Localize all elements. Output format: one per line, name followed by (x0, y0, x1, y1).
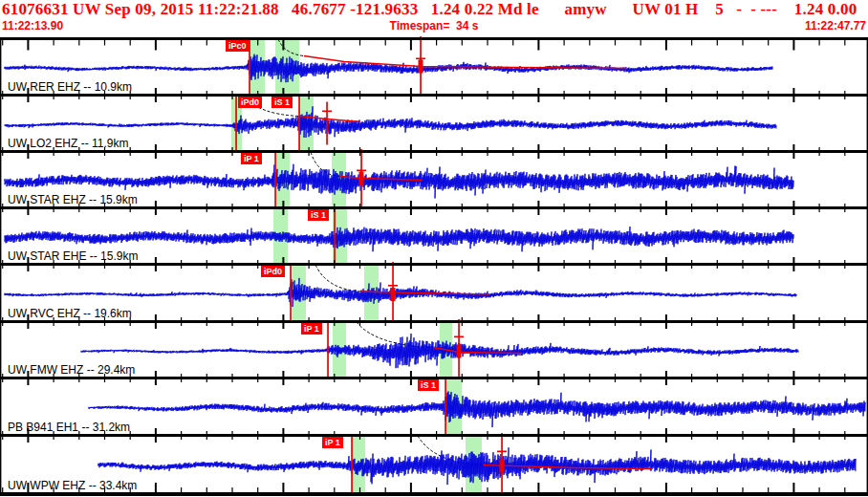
time-tick (462, 431, 463, 440)
time-tick (589, 91, 590, 99)
time-tick (385, 204, 386, 212)
time-tick (27, 40, 29, 51)
time-tick (410, 201, 412, 215)
time-tick (436, 40, 437, 46)
trace-label: PB B941 EH1 -- 31.2km (8, 421, 130, 434)
pick-flag-label[interactable]: iP 1 (322, 437, 343, 448)
time-tick (462, 204, 463, 212)
time-tick (359, 487, 360, 494)
time-tick (512, 147, 513, 156)
time-tick (2, 260, 3, 269)
time-tick (334, 487, 335, 494)
time-tick (717, 374, 718, 382)
time-tick (487, 91, 488, 99)
time-tick (691, 147, 692, 156)
time-tick (257, 374, 258, 382)
time-tick (717, 40, 718, 46)
time-tick (615, 91, 616, 99)
coda-decay-curve (315, 265, 361, 292)
time-tick (410, 483, 412, 494)
pick-line[interactable] (235, 96, 237, 151)
time-tick (2, 374, 3, 382)
time-tick (742, 40, 743, 46)
time-tick (257, 487, 258, 494)
time-tick (436, 487, 437, 494)
time-tick (615, 317, 616, 326)
time-tick (181, 260, 182, 269)
time-tick (844, 487, 845, 494)
pick-line[interactable] (290, 265, 292, 321)
time-tick (231, 374, 232, 382)
pick-line[interactable] (334, 208, 336, 264)
time-tick (665, 483, 667, 494)
time-tick (640, 487, 641, 494)
time-tick (206, 91, 207, 99)
pick-flag-label[interactable]: iPd0 (238, 97, 262, 108)
time-tick (665, 88, 667, 102)
time-tick (742, 204, 743, 212)
waveform-plot-canvas[interactable] (0, 0, 868, 497)
pick-flag-label[interactable]: iS 1 (308, 209, 329, 221)
time-tick (231, 431, 232, 440)
time-tick (181, 147, 182, 156)
time-tick (282, 371, 284, 385)
pick-flag-label[interactable]: iS 1 (418, 379, 439, 391)
time-tick (334, 317, 335, 326)
pick-line[interactable] (327, 322, 329, 378)
pick-flag-label[interactable]: iP 1 (301, 323, 322, 335)
pick-flag-label[interactable]: iPd0 (261, 266, 285, 277)
time-tick (155, 257, 157, 271)
time-tick (359, 204, 360, 212)
time-tick (589, 317, 590, 326)
coda-duration-line[interactable] (326, 102, 328, 145)
pick-line[interactable] (274, 152, 276, 207)
time-tick (462, 374, 463, 382)
time-tick (309, 487, 310, 494)
time-tick (640, 91, 641, 99)
time-tick (615, 204, 616, 212)
time-tick (385, 260, 386, 269)
time-tick (181, 91, 182, 99)
time-tick (487, 317, 488, 326)
time-tick (717, 204, 718, 212)
time-tick (231, 317, 232, 326)
time-tick (537, 144, 539, 159)
time-tick (844, 40, 845, 46)
pick-line[interactable] (351, 436, 353, 493)
time-tick (564, 204, 565, 212)
time-tick (792, 428, 794, 443)
pick-flag-label[interactable]: iPc0 (226, 40, 250, 52)
time-tick (309, 374, 310, 382)
coda-decay-curve (357, 322, 433, 348)
coda-cross-tick (454, 336, 464, 338)
time-tick (282, 201, 284, 215)
time-tick (282, 40, 284, 51)
time-tick (691, 431, 692, 440)
time-tick (231, 487, 232, 494)
time-tick (665, 40, 667, 51)
pick-flag-label[interactable]: iP 1 (241, 153, 262, 164)
time-tick (155, 144, 157, 159)
time-tick (487, 40, 488, 46)
pick-flag-label[interactable]: iS 1 (271, 97, 293, 108)
time-tick (359, 374, 360, 382)
time-tick (564, 91, 565, 99)
time-tick (819, 317, 820, 326)
pick-line[interactable] (445, 378, 446, 435)
time-tick (615, 40, 616, 46)
coda-marker-blob (359, 172, 364, 185)
time-tick (436, 317, 437, 326)
time-tick (155, 314, 157, 329)
time-tick (615, 487, 616, 494)
time-tick (742, 147, 743, 156)
trace-label: UW STAR EHZ -- 15.9km (8, 194, 138, 206)
coda-cross-tick (322, 111, 332, 113)
time-tick (410, 257, 412, 271)
time-tick (717, 431, 718, 440)
time-tick (2, 317, 3, 326)
time-tick (717, 260, 718, 269)
time-tick (206, 374, 207, 382)
pick-line[interactable] (298, 96, 300, 151)
time-tick (564, 374, 565, 382)
time-tick (768, 431, 769, 440)
